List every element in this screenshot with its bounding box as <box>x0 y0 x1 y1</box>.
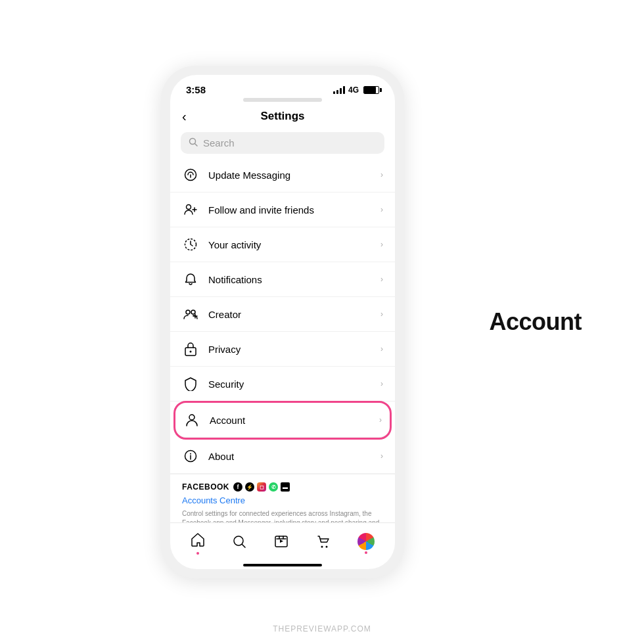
svg-point-18 <box>234 536 243 545</box>
nav-reels[interactable] <box>269 532 294 555</box>
facebook-f-icon: f <box>233 482 242 492</box>
home-bar <box>243 564 322 566</box>
follow-invite-icon <box>182 201 199 218</box>
status-time: 3:58 <box>186 84 206 95</box>
privacy-icon <box>182 340 199 357</box>
account-icon <box>183 411 200 428</box>
facebook-icons: f ⚡ ◻ ✆ ▬ <box>233 482 290 492</box>
messenger-icon: ⚡ <box>245 482 254 492</box>
notch-area <box>170 98 395 104</box>
svg-point-4 <box>187 205 191 210</box>
menu-item-creator[interactable]: Creator › <box>170 297 395 332</box>
chevron-icon: › <box>380 205 383 214</box>
menu-label-update-messaging: Update Messaging <box>208 170 380 181</box>
signal-bars-icon <box>333 86 345 94</box>
search-icon <box>189 137 198 149</box>
home-indicator <box>170 560 395 569</box>
network-label: 4G <box>348 85 359 95</box>
page-footer: THEPREVIEWAPP.COM <box>273 624 371 633</box>
menu-item-about[interactable]: About › <box>170 439 395 474</box>
menu-label-privacy: Privacy <box>208 344 380 355</box>
nav-dot <box>196 552 199 555</box>
whatsapp-icon: ✆ <box>269 482 278 492</box>
status-icons: 4G <box>333 85 379 95</box>
update-messaging-icon <box>182 166 199 183</box>
menu-item-notifications[interactable]: Notifications › <box>170 262 395 297</box>
svg-point-21 <box>321 546 323 548</box>
page-header: ‹ Settings <box>170 104 395 129</box>
menu-label-creator: Creator <box>208 309 380 320</box>
facebook-row: FACEBOOK f ⚡ ◻ ✆ ▬ <box>182 482 383 492</box>
chevron-icon: › <box>380 310 383 319</box>
svg-point-14 <box>189 415 195 420</box>
home-icon <box>191 532 205 551</box>
accounts-centre-link[interactable]: Accounts Centre <box>182 495 383 505</box>
creator-icon <box>182 306 199 323</box>
menu-label-follow-invite: Follow and invite friends <box>208 204 380 216</box>
chevron-icon: › <box>379 415 382 425</box>
svg-point-17 <box>190 453 191 455</box>
battery-icon <box>363 86 379 94</box>
menu-label-notifications: Notifications <box>208 274 380 285</box>
nav-shop[interactable] <box>311 532 336 555</box>
menu-label-account: Account <box>210 415 379 426</box>
nav-home[interactable] <box>185 530 210 557</box>
header-title: Settings <box>260 110 304 123</box>
chevron-icon: › <box>380 275 383 284</box>
menu-item-your-activity[interactable]: Your activity › <box>170 227 395 262</box>
nav-profile[interactable] <box>352 530 380 557</box>
menu-label-about: About <box>208 451 380 462</box>
portal-icon: ▬ <box>281 482 290 492</box>
shop-icon <box>316 534 331 553</box>
facebook-description: Control settings for connected experienc… <box>182 509 383 522</box>
svg-point-13 <box>190 351 192 353</box>
chevron-icon: › <box>380 344 383 354</box>
profile-avatar-icon <box>357 533 375 550</box>
page-wrapper: 3:58 4G <box>0 0 644 644</box>
facebook-brand-label: FACEBOOK <box>182 482 229 492</box>
svg-line-1 <box>195 144 198 147</box>
chevron-icon: › <box>380 451 383 461</box>
phone-screen: 3:58 4G <box>170 75 395 569</box>
security-icon <box>182 375 199 392</box>
svg-point-9 <box>191 310 195 314</box>
svg-line-19 <box>242 545 246 548</box>
status-bar: 3:58 4G <box>170 75 395 98</box>
phone-mockup: 3:58 4G <box>161 66 404 578</box>
search-placeholder: Search <box>203 137 235 149</box>
menu-item-update-messaging[interactable]: Update Messaging › <box>170 158 395 193</box>
menu-item-security[interactable]: Security › <box>170 367 395 402</box>
menu-item-privacy[interactable]: Privacy › <box>170 332 395 367</box>
svg-point-8 <box>186 310 190 314</box>
facebook-section: FACEBOOK f ⚡ ◻ ✆ ▬ Accounts Centre Contr… <box>170 474 395 522</box>
nav-search[interactable] <box>227 532 252 555</box>
search-bar[interactable]: Search <box>181 132 384 154</box>
your-activity-icon <box>182 236 199 253</box>
nav-dot-profile <box>365 551 367 554</box>
chevron-icon: › <box>380 240 383 249</box>
chevron-icon: › <box>380 170 383 179</box>
menu-label-security: Security <box>208 379 380 390</box>
svg-point-22 <box>325 546 327 548</box>
menu-item-account[interactable]: Account › <box>175 403 390 438</box>
search-nav-icon <box>232 534 246 553</box>
menu-item-follow-invite[interactable]: Follow and invite friends › <box>170 193 395 227</box>
menu-label-your-activity: Your activity <box>208 239 380 250</box>
bottom-nav <box>170 522 395 560</box>
instagram-icon: ◻ <box>257 482 266 492</box>
reels-icon <box>274 534 288 553</box>
notifications-icon <box>182 271 199 288</box>
menu-list: Update Messaging › Follow and invite fri… <box>170 158 395 522</box>
chevron-icon: › <box>380 379 383 388</box>
account-annotation-label: Account <box>490 308 582 336</box>
about-icon <box>182 448 199 465</box>
back-button[interactable]: ‹ <box>182 109 187 124</box>
notch <box>243 98 322 102</box>
